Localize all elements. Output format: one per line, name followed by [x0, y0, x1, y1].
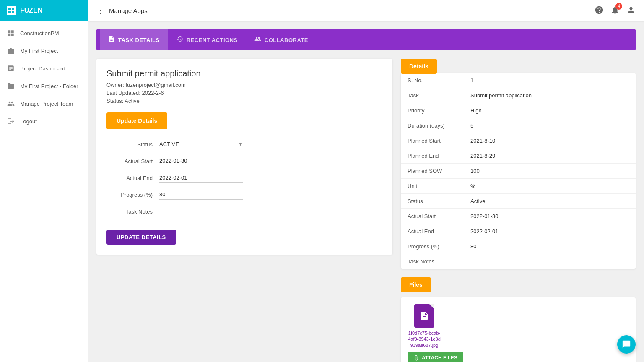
recent-actions-icon — [177, 36, 183, 44]
tab-recent-actions[interactable]: RECENT ACTIONS — [168, 29, 246, 50]
help-icon[interactable] — [595, 5, 604, 16]
page-content: TASK DETAILS RECENT ACTIONS COLLABORATE … — [88, 21, 644, 362]
sidebar-item-logout[interactable]: Logout — [0, 112, 88, 130]
page-title: Manage Apps — [109, 7, 148, 14]
sidebar-label: Logout — [20, 118, 37, 125]
detail-key: Progress (%) — [408, 243, 470, 250]
task-notes-label: Task Notes — [106, 208, 153, 215]
file-name: 1f0d7c75-bcab-4af0-8943-1e8d939ae687.jpg — [408, 330, 441, 348]
actual-start-row: Actual Start — [106, 156, 382, 166]
details-section: Details S. No.1TaskSubmit permit applica… — [401, 59, 636, 269]
tab-task-details[interactable]: TASK DETAILS — [100, 29, 168, 50]
actual-start-input[interactable] — [159, 156, 243, 166]
actual-end-label: Actual End — [106, 175, 153, 181]
grid-icon — [7, 29, 15, 37]
logout-icon — [7, 117, 15, 125]
folder-icon — [7, 82, 15, 90]
attach-files-label: ATTACH FILES — [422, 355, 457, 361]
tab-label: COLLABORATE — [265, 37, 308, 43]
detail-value: 2021-8-10 — [470, 138, 495, 144]
topbar-left: ⋮ Manage Apps — [96, 5, 148, 16]
chat-fab-button[interactable] — [617, 335, 636, 354]
task-card: Submit permit application Owner: fuzenpr… — [96, 59, 392, 255]
detail-row: Duration (days)5 — [401, 118, 636, 133]
detail-value: Active — [470, 198, 485, 204]
update-details-bottom-button[interactable]: UPDATE DETAILS — [106, 230, 176, 245]
topbar: ⋮ Manage Apps 4 — [88, 0, 644, 21]
topbar-right: 4 — [595, 5, 636, 16]
more-options-button[interactable]: ⋮ — [96, 5, 105, 16]
svg-rect-0 — [8, 8, 11, 10]
sidebar-label: My First Project — [20, 48, 58, 54]
left-column: Submit permit application Owner: fuzenpr… — [96, 59, 392, 362]
sidebar-item-my-first-project[interactable]: My First Project — [0, 42, 88, 60]
task-last-updated: Last Updated: 2022-2-6 — [106, 90, 382, 96]
brand-name: FUZEN — [20, 7, 42, 14]
tab-bar: TASK DETAILS RECENT ACTIONS COLLABORATE — [96, 29, 636, 50]
tab-label: TASK DETAILS — [118, 37, 160, 43]
actual-end-input[interactable] — [159, 173, 243, 183]
sidebar-item-project-dashboard[interactable]: Project Dashboard — [0, 60, 88, 77]
brand-logo — [7, 6, 16, 15]
progress-input[interactable] — [159, 190, 243, 200]
detail-key: Task — [408, 92, 470, 99]
detail-row: Planned SOW100 — [401, 164, 636, 179]
detail-value: % — [470, 183, 475, 189]
file-item[interactable]: 1f0d7c75-bcab-4af0-8943-1e8d939ae687.jpg — [408, 304, 441, 348]
task-status-text: Status: Active — [106, 98, 382, 104]
two-col-layout: Submit permit application Owner: fuzenpr… — [96, 59, 636, 362]
detail-key: Planned End — [408, 153, 470, 159]
tab-label: RECENT ACTIONS — [187, 37, 238, 43]
detail-key: Duration (days) — [408, 122, 470, 129]
task-notes-input[interactable] — [159, 206, 319, 216]
user-icon[interactable] — [626, 5, 636, 16]
detail-key: Status — [408, 198, 470, 204]
sidebar-nav: ConstructionPM My First Project Project … — [0, 21, 88, 362]
details-header: Details — [401, 59, 437, 74]
detail-value: 80 — [470, 243, 476, 250]
sidebar-item-manage-project-team[interactable]: Manage Project Team — [0, 95, 88, 112]
detail-value: Submit permit application — [470, 92, 532, 99]
detail-key: Task Notes — [408, 258, 470, 265]
update-details-top-button[interactable]: Update Details — [106, 112, 167, 129]
files-header: Files — [401, 277, 431, 292]
right-column: Details S. No.1TaskSubmit permit applica… — [401, 59, 636, 362]
detail-value: 5 — [470, 122, 473, 129]
sidebar-item-folder[interactable]: My First Project - Folder — [0, 77, 88, 95]
briefcase-icon — [7, 47, 15, 55]
detail-value: 2022-01-30 — [470, 213, 499, 219]
task-details-icon — [108, 36, 115, 44]
chevron-down-icon: ▼ — [238, 141, 243, 147]
detail-row: S. No.1 — [401, 73, 636, 88]
notifications-icon[interactable]: 4 — [610, 5, 620, 16]
files-section: Files 1f0d7c75-bcab-4af0-8943-1e8d939ae6… — [401, 269, 636, 362]
tab-collaborate[interactable]: COLLABORATE — [246, 29, 317, 50]
detail-key: Actual Start — [408, 213, 470, 219]
detail-row: Actual End2022-02-01 — [401, 224, 636, 239]
main-content: ⋮ Manage Apps 4 TASK DETAILS — [88, 0, 644, 362]
detail-value: 2021-8-29 — [470, 153, 495, 159]
status-select[interactable]: ACTIVE INACTIVE COMPLETED — [159, 139, 238, 149]
task-owner: Owner: fuzenproject@gmail.com — [106, 82, 382, 88]
actual-start-label: Actual Start — [106, 158, 153, 164]
detail-row: TaskSubmit permit application — [401, 88, 636, 103]
sidebar-brand[interactable]: FUZEN — [0, 0, 88, 21]
collaborate-icon — [254, 36, 261, 44]
svg-rect-2 — [8, 11, 11, 13]
sidebar-item-construction-pm[interactable]: ConstructionPM — [0, 24, 88, 42]
attach-files-button[interactable]: ATTACH FILES — [408, 352, 463, 362]
detail-value: 1 — [470, 77, 473, 83]
details-table: S. No.1TaskSubmit permit applicationPrio… — [401, 73, 636, 269]
svg-rect-1 — [12, 8, 14, 10]
detail-row: Planned End2021-8-29 — [401, 148, 636, 164]
detail-key: Actual End — [408, 228, 470, 234]
progress-label: Progress (%) — [106, 192, 153, 198]
sidebar: FUZEN ConstructionPM My First Project Pr… — [0, 0, 88, 362]
detail-key: Unit — [408, 183, 470, 189]
sidebar-label: My First Project - Folder — [20, 83, 78, 89]
group-icon — [7, 99, 15, 108]
detail-key: Priority — [408, 107, 470, 114]
progress-row: Progress (%) — [106, 190, 382, 200]
sidebar-label: Project Dashboard — [20, 65, 65, 72]
files-container: 1f0d7c75-bcab-4af0-8943-1e8d939ae687.jpg… — [401, 297, 636, 362]
